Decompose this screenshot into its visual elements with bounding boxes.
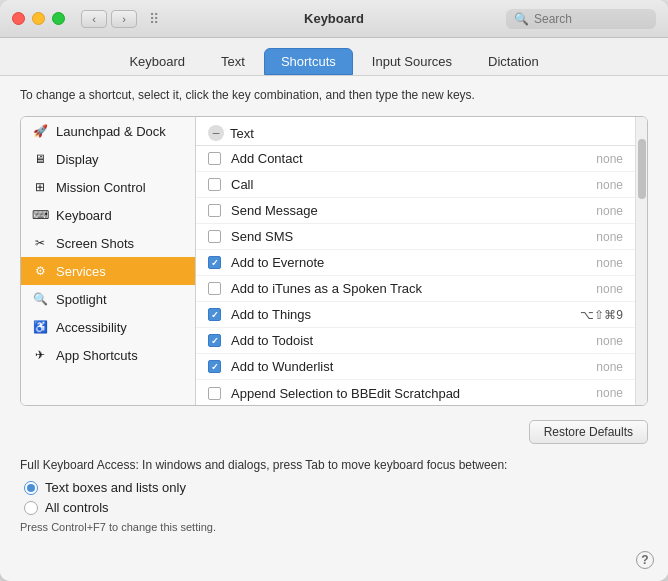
launchpad-icon: 🚀 [31, 122, 49, 140]
search-box[interactable]: 🔍 [506, 9, 656, 29]
shortcut-key: none [596, 204, 623, 218]
radio-label: All controls [45, 500, 109, 515]
shortcut-key: none [596, 282, 623, 296]
radio-group: Text boxes and lists only All controls [24, 480, 648, 515]
right-panel: – Text Add Contact none Call none [196, 117, 635, 405]
search-input[interactable] [534, 12, 648, 26]
sidebar-item-screen-shots[interactable]: ✂ Screen Shots [21, 229, 195, 257]
radio-item-all-controls[interactable]: All controls [24, 500, 648, 515]
checkbox-add-things[interactable] [208, 308, 221, 321]
table-row: Add to Evernote none [196, 250, 635, 276]
sidebar-item-app-shortcuts[interactable]: ✈ App Shortcuts [21, 341, 195, 369]
table-row: Call none [196, 172, 635, 198]
traffic-lights [12, 12, 65, 25]
checkbox-add-evernote[interactable] [208, 256, 221, 269]
maximize-button[interactable] [52, 12, 65, 25]
tab-bar: Keyboard Text Shortcuts Input Sources Di… [0, 38, 668, 76]
spotlight-icon: 🔍 [31, 290, 49, 308]
radio-all-controls[interactable] [24, 501, 38, 515]
radio-label: Text boxes and lists only [45, 480, 186, 495]
sidebar-item-label: Mission Control [56, 180, 146, 195]
checkbox-send-sms[interactable] [208, 230, 221, 243]
sidebar-item-label: Display [56, 152, 99, 167]
table-row: Send Message none [196, 198, 635, 224]
titlebar: ‹ › ⠿ Keyboard 🔍 [0, 0, 668, 38]
restore-defaults-button[interactable]: Restore Defaults [529, 420, 648, 444]
sidebar-item-label: Keyboard [56, 208, 112, 223]
shortcut-name: Add Contact [231, 151, 596, 166]
checkbox-add-contact[interactable] [208, 152, 221, 165]
sidebar: 🚀 Launchpad & Dock 🖥 Display ⊞ Mission C… [21, 117, 196, 405]
checkbox-add-itunes[interactable] [208, 282, 221, 295]
radio-text-boxes[interactable] [24, 481, 38, 495]
checkbox-call[interactable] [208, 178, 221, 191]
shortcut-name: Add to Wunderlist [231, 359, 596, 374]
keyboard-icon: ⌨ [31, 206, 49, 224]
table-row: Append Selection to BBEdit Scratchpad no… [196, 380, 635, 405]
sidebar-item-launchpad[interactable]: 🚀 Launchpad & Dock [21, 117, 195, 145]
sidebar-item-label: App Shortcuts [56, 348, 138, 363]
sidebar-item-accessibility[interactable]: ♿ Accessibility [21, 313, 195, 341]
sidebar-item-label: Services [56, 264, 106, 279]
shortcut-key: none [596, 230, 623, 244]
shortcut-name: Add to Todoist [231, 333, 596, 348]
checkbox-add-wunderlist[interactable] [208, 360, 221, 373]
shortcut-name: Call [231, 177, 596, 192]
keyboard-access-title: Full Keyboard Access: In windows and dia… [20, 458, 648, 472]
mission-control-icon: ⊞ [31, 178, 49, 196]
main-panel: 🚀 Launchpad & Dock 🖥 Display ⊞ Mission C… [20, 116, 648, 406]
sidebar-item-mission-control[interactable]: ⊞ Mission Control [21, 173, 195, 201]
checkbox-add-todoist[interactable] [208, 334, 221, 347]
tab-shortcuts[interactable]: Shortcuts [264, 48, 353, 75]
services-icon: ⚙ [31, 262, 49, 280]
sidebar-item-spotlight[interactable]: 🔍 Spotlight [21, 285, 195, 313]
forward-button[interactable]: › [111, 10, 137, 28]
shortcut-name: Add to iTunes as a Spoken Track [231, 281, 596, 296]
main-window: ‹ › ⠿ Keyboard 🔍 Keyboard Text Shortcuts… [0, 0, 668, 581]
search-icon: 🔍 [514, 12, 529, 26]
radio-item-text-boxes[interactable]: Text boxes and lists only [24, 480, 648, 495]
tab-dictation[interactable]: Dictation [471, 48, 556, 75]
tab-input-sources[interactable]: Input Sources [355, 48, 469, 75]
shortcut-name: Add to Things [231, 307, 580, 322]
panel-header: – Text [196, 117, 635, 146]
back-button[interactable]: ‹ [81, 10, 107, 28]
keyboard-access-section: Full Keyboard Access: In windows and dia… [20, 454, 648, 537]
shortcut-key: none [596, 256, 623, 270]
table-row: Add to iTunes as a Spoken Track none [196, 276, 635, 302]
scroll-thumb[interactable] [638, 139, 646, 199]
tab-keyboard[interactable]: Keyboard [112, 48, 202, 75]
sidebar-item-label: Accessibility [56, 320, 127, 335]
shortcut-key: ⌥⇧⌘9 [580, 308, 623, 322]
tab-text[interactable]: Text [204, 48, 262, 75]
table-row: Send SMS none [196, 224, 635, 250]
table-row: Add to Wunderlist none [196, 354, 635, 380]
shortcut-key: none [596, 152, 623, 166]
sidebar-item-services[interactable]: ⚙ Services [21, 257, 195, 285]
shortcut-name: Send SMS [231, 229, 596, 244]
accessibility-icon: ♿ [31, 318, 49, 336]
shortcut-name: Append Selection to BBEdit Scratchpad [231, 386, 596, 401]
restore-row: Restore Defaults [20, 420, 648, 444]
instruction-text: To change a shortcut, select it, click t… [20, 88, 648, 102]
collapse-button[interactable]: – [208, 125, 224, 141]
shortcut-key: none [596, 178, 623, 192]
shortcut-name: Send Message [231, 203, 596, 218]
table-row: Add Contact none [196, 146, 635, 172]
checkbox-send-message[interactable] [208, 204, 221, 217]
app-shortcuts-icon: ✈ [31, 346, 49, 364]
sidebar-item-label: Spotlight [56, 292, 107, 307]
sidebar-item-label: Screen Shots [56, 236, 134, 251]
scroll-track[interactable] [635, 117, 647, 405]
help-button[interactable]: ? [636, 551, 654, 569]
shortcut-key: none [596, 334, 623, 348]
minimize-button[interactable] [32, 12, 45, 25]
shortcuts-list: Add Contact none Call none Send Message … [196, 146, 635, 405]
panel-section-title: Text [230, 126, 254, 141]
sidebar-item-keyboard[interactable]: ⌨ Keyboard [21, 201, 195, 229]
content-area: To change a shortcut, select it, click t… [0, 76, 668, 581]
table-row: Add to Todoist none [196, 328, 635, 354]
checkbox-append-bbedit[interactable] [208, 387, 221, 400]
close-button[interactable] [12, 12, 25, 25]
sidebar-item-display[interactable]: 🖥 Display [21, 145, 195, 173]
